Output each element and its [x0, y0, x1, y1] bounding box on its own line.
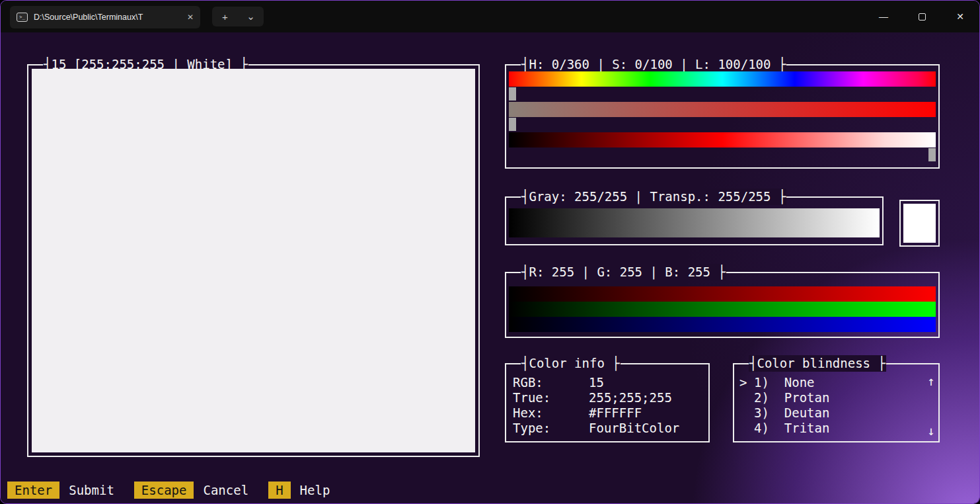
info-row-type: Type: FourBitColor	[513, 421, 704, 436]
maximize-icon	[919, 13, 926, 21]
lightness-slider[interactable]	[509, 132, 936, 147]
scroll-down-icon[interactable]: ↓	[924, 423, 938, 439]
color-preview-fill	[32, 69, 475, 452]
statusbar: Enter Submit Escape Cancel H Help	[7, 482, 350, 499]
selected-color-swatch-box	[899, 200, 940, 247]
maximize-button[interactable]	[903, 1, 941, 32]
info-row-true: True: 255;255;255	[513, 390, 704, 405]
enter-key-badge[interactable]: Enter	[7, 482, 59, 499]
grayscale-slider[interactable]	[509, 208, 880, 237]
info-label: RGB:	[513, 375, 589, 390]
color-blindness-box: Color blindness > 1) None 2) Protan 3) D…	[733, 363, 940, 442]
rgb-box: R: 255 | G: 255 | B: 255	[505, 272, 940, 338]
terminal-icon: >_	[17, 13, 28, 22]
gray-box-title: Gray: 255/255 | Transp.: 255/255	[521, 189, 786, 205]
scroll-up-icon[interactable]: ↑	[924, 374, 938, 389]
close-button[interactable]: ✕	[941, 1, 979, 32]
colorblindness-option-deutan[interactable]: 3) Deutan	[739, 405, 923, 421]
info-value: #FFFFFF	[589, 405, 642, 421]
selected-color-swatch	[903, 204, 936, 243]
colorblindness-option-none[interactable]: > 1) None	[739, 375, 923, 390]
rgb-box-title: R: 255 | G: 255 | B: 255	[521, 264, 726, 280]
blue-slider[interactable]	[509, 317, 936, 332]
info-label: Hex:	[513, 405, 589, 421]
info-row-rgb: RGB: 15	[513, 375, 704, 390]
colorblindness-option-tritan[interactable]: 4) Tritan	[739, 421, 923, 436]
hue-slider[interactable]	[509, 71, 936, 87]
colorblindness-option-protan[interactable]: 2) Protan	[739, 390, 923, 405]
tab-title: D:\Source\Public\Terminaux\T	[34, 13, 182, 22]
gray-transparency-box: Gray: 255/255 | Transp.: 255/255	[505, 196, 884, 245]
saturation-slider[interactable]	[509, 102, 936, 117]
color-info-rows: RGB: 15 True: 255;255;255 Hex: #FFFFFF T…	[513, 375, 704, 436]
tab-dropdown-button[interactable]: ⌄	[238, 11, 264, 22]
escape-key-badge[interactable]: Escape	[134, 482, 194, 499]
minimize-button[interactable]: —	[864, 1, 903, 32]
color-blindness-title: Color blindness	[749, 355, 886, 372]
terminal-content: 15 [255;255;255 | White] H: 0/360 | S: 0…	[1, 32, 979, 503]
terminal-window: >_ D:\Source\Public\Terminaux\T ✕ + ⌄ — …	[0, 0, 980, 504]
green-slider[interactable]	[509, 302, 936, 317]
help-key-badge[interactable]: H	[268, 482, 290, 499]
color-blindness-list: > 1) None 2) Protan 3) Deutan 4) Tritan	[739, 375, 923, 436]
color-info-box: Color info RGB: 15 True: 255;255;255 Hex…	[505, 363, 710, 442]
color-info-title: Color info	[521, 355, 621, 372]
cancel-action-label: Cancel	[203, 482, 248, 499]
selection-marker: >	[739, 375, 754, 390]
info-value: FourBitColor	[589, 421, 679, 436]
info-value: 15	[589, 375, 604, 390]
help-action-label: Help	[300, 482, 330, 499]
new-tab-group: + ⌄	[212, 7, 264, 26]
info-label: Type:	[513, 421, 589, 436]
new-tab-button[interactable]: +	[212, 11, 238, 22]
window-controls: — ✕	[864, 1, 979, 32]
color-preview-box: 15 [255;255;255 | White]	[27, 64, 480, 457]
saturation-slider-handle[interactable]	[509, 118, 516, 131]
info-label: True:	[513, 390, 589, 405]
hsl-box: H: 0/360 | S: 0/100 | L: 100/100	[505, 64, 940, 169]
red-slider[interactable]	[509, 286, 936, 302]
hsl-box-title: H: 0/360 | S: 0/100 | L: 100/100	[521, 56, 786, 73]
titlebar[interactable]: >_ D:\Source\Public\Terminaux\T ✕ + ⌄ — …	[1, 1, 979, 32]
hue-slider-handle[interactable]	[509, 87, 516, 101]
tab-close-icon[interactable]: ✕	[187, 13, 194, 22]
lightness-slider-handle[interactable]	[928, 148, 936, 161]
info-value: 255;255;255	[589, 390, 672, 405]
info-row-hex: Hex: #FFFFFF	[513, 405, 704, 421]
submit-action-label: Submit	[69, 482, 114, 499]
terminal-tab[interactable]: >_ D:\Source\Public\Terminaux\T ✕	[10, 6, 200, 28]
